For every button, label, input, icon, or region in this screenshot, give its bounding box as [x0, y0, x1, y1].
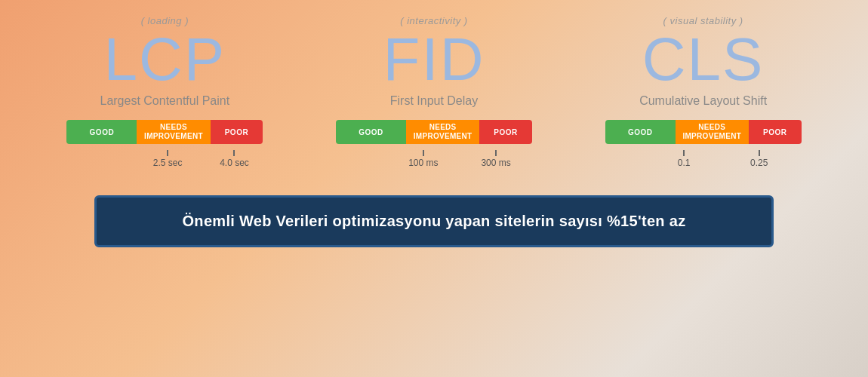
fid-tick-line1: [423, 150, 424, 156]
lcp-card: ( loading ) LCP Largest Contentful Paint…: [51, 15, 278, 165]
fid-bar-needs: NEEDS IMPROVEMENT: [406, 120, 479, 144]
cls-subtitle: Cumulative Layout Shift: [639, 94, 767, 108]
cls-ticks: 0.1 0.25: [605, 150, 802, 165]
cls-bar-good: GOOD: [605, 120, 676, 144]
cls-tick1: 0.1: [678, 150, 691, 168]
fid-tick-label2: 300 ms: [481, 158, 510, 168]
lcp-bar-needs: NEEDS IMPROVEMENT: [137, 120, 210, 144]
lcp-tick-line1: [167, 150, 168, 156]
cls-bar-needs: NEEDS IMPROVEMENT: [676, 120, 749, 144]
fid-category: ( interactivity ): [400, 15, 467, 26]
cls-bar: GOOD NEEDS IMPROVEMENT POOR: [605, 120, 802, 144]
fid-title: FID: [383, 29, 485, 90]
cls-title: CLS: [642, 29, 765, 90]
fid-card: ( interactivity ) FID First Input Delay …: [321, 15, 547, 165]
lcp-tick-label1: 2.5 sec: [153, 158, 183, 168]
fid-tick2: 300 ms: [481, 150, 510, 168]
fid-tick1: 100 ms: [408, 150, 438, 168]
fid-tick-label1: 100 ms: [408, 158, 438, 168]
cls-card: ( visual stability ) CLS Cumulative Layo…: [590, 15, 817, 165]
cls-tick-label1: 0.1: [678, 158, 691, 168]
lcp-title: LCP: [104, 29, 226, 90]
lcp-bar-poor: POOR: [211, 120, 263, 144]
bottom-banner: Önemli Web Verileri optimizasyonu yapan …: [94, 195, 774, 247]
fid-ticks: 100 ms 300 ms: [336, 150, 532, 165]
lcp-bar-good: GOOD: [66, 120, 137, 144]
lcp-bar: GOOD NEEDS IMPROVEMENT POOR: [66, 120, 263, 144]
cls-tick-label2: 0.25: [750, 158, 768, 168]
lcp-tick-label2: 4.0 sec: [220, 158, 249, 168]
fid-subtitle: First Input Delay: [390, 94, 478, 108]
lcp-tick1: 2.5 sec: [153, 150, 183, 168]
cls-category: ( visual stability ): [663, 15, 743, 26]
metrics-container: ( loading ) LCP Largest Contentful Paint…: [30, 15, 838, 165]
fid-tick-line2: [495, 150, 497, 156]
cls-bar-poor: POOR: [749, 120, 802, 144]
lcp-tick-line2: [233, 150, 235, 156]
fid-bar-good: GOOD: [336, 120, 406, 144]
lcp-category: ( loading ): [141, 15, 189, 26]
lcp-ticks: 2.5 sec 4.0 sec: [66, 150, 263, 165]
lcp-tick2: 4.0 sec: [220, 150, 249, 168]
cls-tick-line2: [759, 150, 760, 156]
cls-tick-line1: [683, 150, 685, 156]
fid-bar: GOOD NEEDS IMPROVEMENT POOR: [336, 120, 532, 144]
cls-tick2: 0.25: [750, 150, 768, 168]
bottom-banner-text: Önemli Web Verileri optimizasyonu yapan …: [183, 213, 686, 229]
lcp-subtitle: Largest Contentful Paint: [100, 94, 229, 108]
fid-bar-poor: POOR: [479, 120, 532, 144]
